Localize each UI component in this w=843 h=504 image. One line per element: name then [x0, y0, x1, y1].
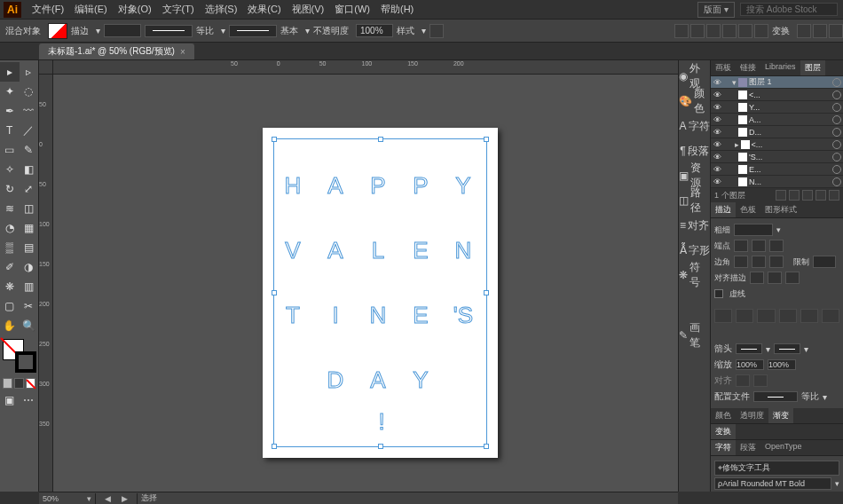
shaper-tool[interactable]: ✧ [0, 160, 20, 179]
curvature-tool[interactable]: 〰 [20, 101, 39, 121]
layer-row[interactable]: 👁 <... [711, 89, 843, 101]
gradient-mode[interactable] [14, 378, 24, 389]
tab-transform[interactable]: 变换 [711, 424, 736, 439]
visibility-icon[interactable]: 👁 [711, 91, 723, 99]
align-b[interactable] [754, 24, 768, 38]
arrow-align-2[interactable] [753, 374, 768, 387]
ruler-horizontal[interactable]: 50 0 50 100 150 200 [53, 60, 678, 75]
appearance-panel-icon[interactable]: ◉外观 [679, 64, 710, 89]
perspective-tool[interactable]: ▦ [20, 218, 39, 238]
new-sublayer-icon[interactable] [802, 190, 813, 201]
stock-search[interactable] [740, 3, 838, 16]
selection-tool[interactable]: ▸ [0, 62, 20, 82]
blend-tool[interactable]: ◑ [20, 257, 39, 277]
artboard[interactable]: HVT AAID PLNA PEEY YN'S ! [263, 128, 498, 458]
tab-opentype[interactable]: OpenType [760, 440, 807, 455]
ruler-vertical[interactable]: 50 0 50 100 150 200 250 300 350 [39, 75, 53, 492]
stroke-width-profile[interactable] [145, 25, 193, 37]
assets-panel-icon[interactable]: ▣资源 [679, 163, 710, 188]
transform-btn2[interactable] [813, 24, 827, 38]
stroke-weight-field[interactable] [104, 24, 141, 37]
brush-def[interactable] [229, 25, 277, 37]
layer-row[interactable]: 👁 E... [711, 163, 843, 176]
tab-character[interactable]: 字符 [711, 440, 736, 455]
transform-btn3[interactable] [829, 24, 843, 38]
tab-swatches[interactable]: 色板 [736, 202, 760, 217]
color-mode[interactable] [3, 378, 12, 389]
menu-select[interactable]: 选择(S) [200, 3, 243, 16]
new-layer-icon[interactable] [815, 190, 826, 201]
stroke-label[interactable]: 描边 [71, 25, 89, 37]
pathfinder-panel-icon[interactable]: ◫路径 [679, 188, 710, 213]
align-inside[interactable] [768, 272, 782, 284]
tab-paragraph2[interactable]: 段落 [736, 440, 760, 455]
mesh-tool[interactable]: ▒ [0, 238, 20, 257]
rect-tool[interactable]: ▭ [0, 140, 20, 160]
align-center[interactable] [750, 272, 764, 284]
eyedropper-tool[interactable]: ✐ [0, 257, 20, 277]
canvas[interactable]: 50 0 50 100 150 200 50 0 50 100 150 200 … [39, 60, 678, 492]
screen-mode[interactable]: ▣ [0, 390, 20, 410]
scale-tool[interactable]: ⤢ [20, 179, 39, 199]
dashed-checkbox[interactable] [714, 289, 723, 298]
line-tool[interactable]: ／ [20, 121, 39, 140]
layer-row[interactable]: 👁 N... [711, 176, 843, 188]
prev-artboard[interactable]: ◀ [99, 494, 116, 503]
arrow-start[interactable] [736, 343, 762, 354]
tab-color[interactable]: 颜色 [711, 408, 736, 423]
tab-libraries[interactable]: Libraries [760, 60, 800, 75]
style-btn[interactable] [429, 24, 444, 38]
width-tool[interactable]: ≋ [0, 199, 20, 218]
brushes-panel-icon[interactable]: ✎画笔 [679, 323, 710, 348]
menu-help[interactable]: 帮助(H) [375, 3, 419, 16]
corner-round[interactable] [752, 256, 766, 268]
color-panel-icon[interactable]: 🎨颜色 [679, 89, 710, 114]
miter-limit[interactable] [813, 256, 836, 268]
tab-layers[interactable]: 图层 [800, 60, 825, 75]
layer-row[interactable]: 👁 Y... [711, 101, 843, 114]
ruler-origin[interactable] [39, 60, 53, 75]
transform-label[interactable]: 变换 [772, 25, 790, 37]
type-tool[interactable]: T [0, 121, 20, 140]
shape-builder-tool[interactable]: ◔ [0, 218, 20, 238]
corner-bevel[interactable] [769, 256, 784, 268]
document-tab[interactable]: 未标题-1.ai* @ 50% (RGB/预览) × [39, 43, 194, 59]
weight-field[interactable] [734, 224, 773, 236]
layer-row[interactable]: 👁 ▸<... [711, 138, 843, 151]
visibility-icon[interactable]: 👁 [711, 140, 723, 149]
corner-miter[interactable] [734, 256, 748, 268]
eraser-tool[interactable]: ◧ [20, 160, 39, 179]
align-outside[interactable] [785, 272, 800, 284]
locate-layer-icon[interactable] [776, 190, 786, 201]
menu-effect[interactable]: 效果(C) [242, 3, 286, 16]
align-r[interactable] [706, 24, 721, 38]
paragraph-panel-icon[interactable]: ¶段落 [679, 138, 710, 163]
cap-round[interactable] [752, 240, 766, 252]
glyphs-panel-icon[interactable]: Ẫ字形 [679, 238, 710, 263]
menu-type[interactable]: 文字(T) [157, 3, 200, 16]
menu-edit[interactable]: 编辑(E) [69, 3, 113, 16]
free-transform-tool[interactable]: ◫ [20, 199, 39, 218]
zoom-level[interactable]: 50% [39, 494, 87, 503]
menu-window[interactable]: 窗口(W) [329, 3, 375, 16]
make-clip-icon[interactable] [789, 190, 800, 201]
edit-toolbar[interactable]: ⋯ [20, 390, 39, 410]
character-panel-icon[interactable]: A字符 [679, 114, 710, 138]
arrow-scale-start[interactable] [736, 359, 764, 370]
close-tab-icon[interactable]: × [180, 47, 185, 57]
align-panel-icon[interactable]: ≡对齐 [679, 213, 710, 238]
visibility-icon[interactable]: 👁 [711, 78, 723, 87]
none-mode[interactable] [26, 378, 35, 389]
align-m[interactable] [738, 24, 752, 38]
layer-row[interactable]: 👁 'S... [711, 151, 843, 163]
style-label[interactable]: 样式 [397, 25, 414, 37]
direct-select-tool[interactable]: ▹ [20, 62, 39, 82]
lasso-tool[interactable]: ◌ [20, 82, 39, 101]
cap-butt[interactable] [734, 240, 748, 252]
tab-artboards[interactable]: 画板 [711, 60, 736, 75]
visibility-icon[interactable]: 👁 [711, 153, 723, 161]
symbols-panel-icon[interactable]: ❋符号 [679, 263, 710, 287]
slice-tool[interactable]: ✂ [20, 296, 39, 316]
gradient-tool[interactable]: ▤ [20, 238, 39, 257]
visibility-icon[interactable]: 👁 [711, 103, 723, 112]
